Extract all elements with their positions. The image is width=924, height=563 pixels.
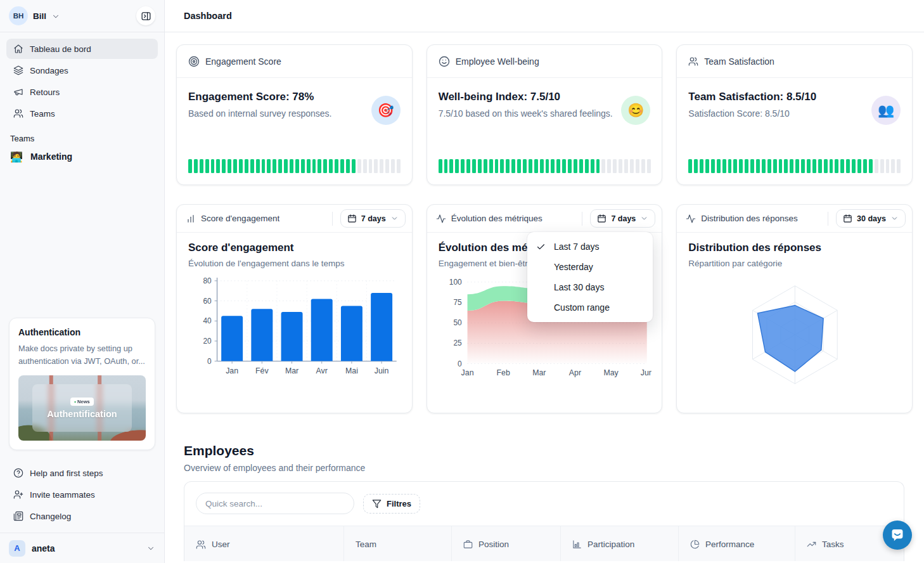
card-header-label: Engagement Score xyxy=(205,56,281,67)
chart-title: Distribution des réponses xyxy=(688,242,902,254)
promo-image-overlay: • News Authentification xyxy=(32,384,132,432)
promo-body: Make docs private by setting up authenti… xyxy=(18,342,146,368)
svg-text:0: 0 xyxy=(458,359,462,368)
chart-subtitle: Évolution de l'engagement dans le temps xyxy=(188,259,402,268)
sidebar-item-invite[interactable]: Invite teammates xyxy=(6,484,158,505)
target-emoji-badge: 🎯 xyxy=(371,96,401,125)
users-icon xyxy=(13,108,23,119)
sidebar-item-label: Sondages xyxy=(30,66,68,75)
bar-chart-icon xyxy=(186,214,196,224)
svg-text:Mar: Mar xyxy=(285,366,298,375)
svg-text:Jan: Jan xyxy=(226,366,238,375)
smile-emoji-badge: 😊 xyxy=(621,96,650,125)
filters-button[interactable]: Filtres xyxy=(363,494,420,514)
sidebar-user-row: BH Bill xyxy=(0,0,164,32)
sidebar-item-label: Retours xyxy=(30,87,60,97)
avatar[interactable]: BH xyxy=(9,6,28,25)
wellbeing-progress-bar xyxy=(439,159,651,173)
metric-title: Well-being Index: 7.5/10 xyxy=(439,91,651,103)
svg-text:May: May xyxy=(603,368,619,377)
metric-subtitle: Satisfaction Score: 8.5/10 xyxy=(688,108,901,119)
promo-title: Authentication xyxy=(18,327,146,337)
search-input[interactable] xyxy=(196,493,354,514)
column-header-performance: Performance xyxy=(679,526,795,561)
svg-text:Feb: Feb xyxy=(496,368,510,377)
svg-text:75: 75 xyxy=(453,298,462,307)
responses-distribution-card: Distribution des réponses 30 days Distri… xyxy=(676,204,913,413)
newspaper-icon xyxy=(13,511,23,521)
chevron-down-icon xyxy=(640,214,648,223)
sidebar-item-dashboard[interactable]: Tableau de bord xyxy=(6,39,158,59)
sidebar-item-feedback[interactable]: Retours xyxy=(6,82,158,102)
menu-item-last-30-days[interactable]: Last 30 days xyxy=(527,277,653,297)
sidebar-footer-nav: Help and first steps Invite teammates Ch… xyxy=(0,459,164,527)
metric-cards-row: Engagement Score Engagement Score: 78% B… xyxy=(176,44,913,185)
check-icon xyxy=(536,242,548,252)
svg-text:0: 0 xyxy=(207,357,212,366)
satisfaction-card: Team Satisfaction Team Satisfaction: 8.5… xyxy=(676,44,913,185)
calendar-icon xyxy=(347,214,357,223)
metric-title: Engagement Score: 78% xyxy=(188,91,401,103)
card-header-label: Score d'engagement xyxy=(201,214,279,223)
team-label: Marketing xyxy=(30,152,72,162)
svg-text:80: 80 xyxy=(203,276,212,285)
svg-text:Jan: Jan xyxy=(461,368,473,377)
calendar-icon xyxy=(597,214,606,223)
column-header-user: User xyxy=(184,526,344,561)
menu-item-custom-range[interactable]: Custom range xyxy=(527,297,653,318)
menu-item-yesterday[interactable]: Yesterday xyxy=(527,257,653,277)
workspace-switcher[interactable]: A aneta xyxy=(0,533,164,563)
svg-text:25: 25 xyxy=(453,339,462,347)
chart-title: Score d'engagement xyxy=(188,242,402,254)
news-badge: • News xyxy=(70,398,93,406)
employees-section: Employees Overview of employees and thei… xyxy=(184,443,904,561)
svg-text:Apr: Apr xyxy=(569,368,581,377)
satisfaction-progress-bar xyxy=(688,159,901,173)
sidebar-item-marketing[interactable]: 🧑‍💻 Marketing xyxy=(0,146,164,167)
activity-icon xyxy=(686,214,696,224)
bar-chart: 020406080JanFévMarAvrMaiJuin xyxy=(188,273,402,381)
chevron-down-icon[interactable] xyxy=(51,12,60,21)
radar-chart xyxy=(688,273,902,396)
chevron-down-icon xyxy=(390,214,399,223)
users-icon xyxy=(196,540,206,550)
sidebar-item-teams[interactable]: Teams xyxy=(6,103,158,124)
sidebar-item-label: Teams xyxy=(30,109,55,119)
svg-text:Mar: Mar xyxy=(532,368,546,377)
chat-bubble-icon xyxy=(889,527,906,543)
trending-up-icon xyxy=(807,540,816,549)
page-title: Dashboard xyxy=(184,11,232,21)
employees-table-card: Filtres User Team Position xyxy=(184,481,904,561)
date-range-menu: Last 7 days Yesterday Last 30 days Custo… xyxy=(527,232,653,322)
metric-subtitle: 7.5/10 based on this week's shared feeli… xyxy=(439,108,651,119)
bar-chart-icon xyxy=(572,540,582,549)
sidebar-collapse-button[interactable] xyxy=(136,6,155,25)
menu-item-last-7-days[interactable]: Last 7 days xyxy=(527,236,653,257)
date-range-button[interactable]: 7 days xyxy=(340,209,406,228)
svg-text:50: 50 xyxy=(453,318,462,327)
user-name[interactable]: Bill xyxy=(33,11,46,21)
megaphone-icon xyxy=(13,87,23,97)
sidebar-item-label: Changelog xyxy=(30,512,71,521)
svg-text:Mai: Mai xyxy=(345,366,358,375)
sidebar-item-label: Invite teammates xyxy=(30,490,95,500)
employees-title: Employees xyxy=(184,443,904,458)
workspace-avatar: A xyxy=(9,540,25,557)
technologist-emoji-icon: 🧑‍💻 xyxy=(10,151,23,163)
sidebar-item-changelog[interactable]: Changelog xyxy=(6,506,158,526)
metric-title: Team Satisfaction: 8.5/10 xyxy=(688,91,901,103)
sidebar: BH Bill Tableau de bord Sondages Retours… xyxy=(0,0,165,563)
column-header-participation: Participation xyxy=(561,526,679,561)
layers-icon xyxy=(13,65,23,75)
svg-text:Jun: Jun xyxy=(640,368,651,377)
date-range-button[interactable]: 7 days xyxy=(590,209,655,228)
date-range-button[interactable]: 30 days xyxy=(836,209,906,228)
column-header-position: Position xyxy=(452,526,561,561)
sidebar-item-surveys[interactable]: Sondages xyxy=(6,60,158,81)
sidebar-item-help[interactable]: Help and first steps xyxy=(6,463,158,483)
card-header-label: Team Satisfaction xyxy=(704,56,774,67)
sidebar-nav: Tableau de bord Sondages Retours Teams xyxy=(0,32,164,125)
promo-image[interactable]: • News Authentification xyxy=(18,375,146,441)
smile-icon xyxy=(439,56,450,67)
chat-launcher-button[interactable] xyxy=(883,521,912,550)
